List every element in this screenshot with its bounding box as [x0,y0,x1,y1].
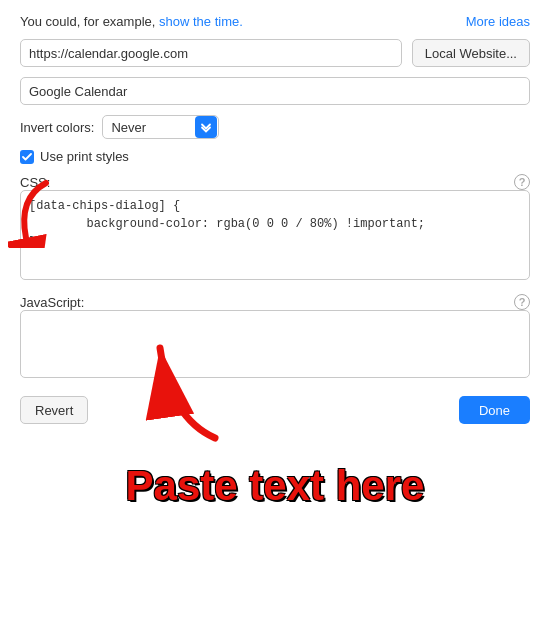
hint-row: You could, for example, show the time. M… [20,14,530,29]
css-label: CSS: [20,175,50,190]
css-label-row: CSS: ? [20,174,530,190]
js-label: JavaScript: [20,295,84,310]
invert-select-wrapper: Never Always In Dark Mode [102,115,219,139]
print-styles-label: Use print styles [40,149,129,164]
done-button[interactable]: Done [459,396,530,424]
more-ideas-link[interactable]: More ideas [466,14,530,29]
main-container: You could, for example, show the time. M… [0,0,550,617]
js-section: JavaScript: ? [20,294,530,382]
local-website-button[interactable]: Local Website... [412,39,530,67]
css-help-icon[interactable]: ? [514,174,530,190]
js-textarea[interactable] [20,310,530,378]
css-textarea[interactable] [20,190,530,280]
hint-prefix: You could, for example, [20,14,159,29]
print-styles-row: Use print styles [20,149,530,164]
invert-label: Invert colors: [20,120,94,135]
name-input[interactable] [20,77,530,105]
bottom-row: Revert Done [20,396,530,424]
url-row: Local Website... [20,39,530,67]
hint-text: You could, for example, show the time. [20,14,243,29]
js-help-icon[interactable]: ? [514,294,530,310]
url-input[interactable] [20,39,402,67]
print-styles-checkbox[interactable] [20,150,34,164]
revert-button[interactable]: Revert [20,396,88,424]
css-section: CSS: ? [20,174,530,284]
invert-row: Invert colors: Never Always In Dark Mode [20,115,530,139]
show-time-link[interactable]: show the time. [159,14,243,29]
invert-select[interactable]: Never Always In Dark Mode [102,115,219,139]
js-label-row: JavaScript: ? [20,294,530,310]
